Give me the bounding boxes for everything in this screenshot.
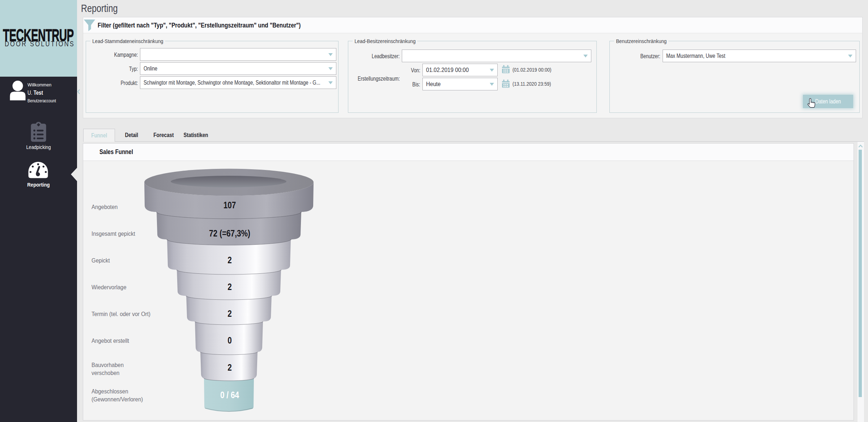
filter-panel-header: Filter (gefiltert nach "Typ", "Produkt",…: [83, 17, 862, 33]
produkt-select[interactable]: Schwingtor mit Montage, Schwingtor ohne …: [140, 76, 336, 89]
funnel-value-label: 72 (=67,3%): [178, 228, 282, 239]
benutzer-select[interactable]: Max Mustermann, Uwe Test: [663, 50, 856, 62]
filter-funnel-icon: [84, 20, 95, 31]
bis-label: Bis:: [413, 81, 420, 88]
tab-statistiken-label: Statistiken: [183, 132, 208, 138]
bis-date-select[interactable]: Heute: [422, 78, 498, 90]
funnel-category-label: Termin (tel. oder vor Ort): [92, 310, 162, 318]
benutzer-label: Benutzer:: [641, 53, 660, 60]
tab-forecast[interactable]: Forecast: [148, 129, 179, 142]
von-value: 01.02.2019 00:00: [426, 64, 469, 76]
scrollbar-up-arrow-icon[interactable]: [858, 144, 863, 148]
mouse-cursor-hand-icon: [807, 98, 815, 109]
tab-forecast-label: Forecast: [153, 132, 174, 138]
typ-label: Typ:: [129, 65, 138, 72]
user-name: U. Test: [27, 90, 43, 96]
fieldset-legend: Lead-Stammdateneinschränkung: [90, 38, 165, 44]
produkt-label: Produkt:: [120, 80, 138, 86]
typ-value: Online: [144, 63, 157, 74]
produkt-value: Schwingtor mit Montage, Schwingtor ohne …: [144, 77, 320, 89]
sales-funnel-panel-header: Sales Funnel: [83, 144, 854, 161]
funnel-category-label: Abgeschlossen (Gewonnen/Verloren): [92, 388, 152, 404]
filter-panel: Filter (gefiltert nach "Typ", "Produkt",…: [83, 17, 863, 118]
funnel-value-label: 2: [178, 255, 282, 266]
von-label: Von:: [411, 67, 420, 74]
filter-title: Filter (gefiltert nach "Typ", "Produkt",…: [98, 21, 301, 29]
fieldset-legend: Benutzereinschränkung: [614, 38, 668, 44]
calendar-icon[interactable]: [502, 80, 510, 88]
dropdown-arrow-icon: [583, 55, 588, 57]
funnel-category-label: Bauvorhaben verschoben: [92, 361, 133, 377]
daten-laden-button-label: Daten laden: [815, 98, 841, 105]
logo-box: TECKENTRUP DOOR SOLUTIONS: [0, 0, 77, 77]
funnel-category-label: Angebot erstellt: [92, 337, 162, 345]
calendar-icon[interactable]: [502, 65, 510, 73]
tabs-underline: [115, 141, 864, 142]
tab-detail[interactable]: Detail: [115, 129, 148, 142]
scrollbar-thumb[interactable]: [859, 150, 862, 397]
fieldset-legend: Lead-Besitzereinschränkung: [353, 38, 417, 44]
funnel-category-label: Angeboten: [92, 203, 162, 211]
funnel-category-label: Gepickt: [92, 257, 162, 265]
dropdown-arrow-icon: [848, 55, 852, 57]
kampagne-label: Kampagne:: [114, 51, 138, 58]
user-greeting: Willkommen: [27, 82, 51, 88]
erstellungszeitraum-label: Erstellungszeitraum:: [357, 75, 400, 82]
gauge-icon: [28, 162, 48, 178]
logo-door-solutions: DOOR SOLUTIONS: [5, 40, 75, 48]
funnel-category-label: Insgesamt gepickt: [92, 230, 162, 238]
leadbesitzer-select[interactable]: [402, 50, 591, 62]
tab-funnel-label: Funnel: [91, 132, 107, 139]
dropdown-arrow-icon: [328, 53, 333, 56]
tab-statistiken[interactable]: Statistiken: [179, 129, 212, 142]
kampagne-select[interactable]: [140, 48, 336, 61]
funnel-value-label: 2: [178, 362, 282, 373]
sidebar-item-leadpicking-label: Leadpicking: [5, 144, 72, 150]
dropdown-arrow-icon: [490, 69, 494, 72]
funnel-value-label: 0: [178, 335, 282, 346]
leadbesitzer-label: Leadbesitzer:: [372, 53, 400, 60]
funnel-value-label: 2: [178, 308, 282, 319]
funnel-value-label: 2: [178, 281, 282, 293]
dropdown-arrow-icon: [490, 83, 494, 86]
tab-detail-label: Detail: [125, 132, 138, 138]
bis-hint: (13.11.2020 23:59): [512, 81, 551, 87]
von-hint: (01.02.2019 00:00): [512, 67, 552, 73]
sales-funnel-title: Sales Funnel: [99, 148, 133, 156]
sidebar-item-reporting-label: Reporting: [5, 182, 72, 188]
page-title: Reporting: [81, 2, 118, 14]
funnel-category-label: Wiedervorlage: [92, 284, 162, 291]
dropdown-arrow-icon: [328, 81, 333, 84]
sidebar-collapse-chevron-icon[interactable]: [77, 89, 81, 95]
sidebar: Willkommen U. Test Benutzeraccount Leadp…: [0, 77, 77, 422]
active-item-notch: [71, 168, 77, 181]
von-date-select[interactable]: 01.02.2019 00:00: [422, 64, 498, 76]
tab-funnel[interactable]: Funnel: [83, 129, 115, 142]
user-name-bold: Test: [34, 90, 43, 96]
funnel-top-hole: [171, 176, 286, 187]
user-account-label: Benutzeraccount: [27, 98, 56, 103]
funnel-value-label: 107: [178, 200, 282, 211]
typ-select[interactable]: Online: [140, 62, 336, 75]
user-name-prefix: U.: [27, 90, 34, 96]
benutzer-value: Max Mustermann, Uwe Test: [666, 50, 725, 62]
bis-value: Heute: [426, 78, 441, 90]
user-avatar-icon: [9, 80, 26, 101]
dropdown-arrow-icon: [328, 67, 333, 70]
funnel-value-label: 0 / 64: [178, 389, 282, 401]
clipboard-list-icon: [31, 122, 46, 142]
